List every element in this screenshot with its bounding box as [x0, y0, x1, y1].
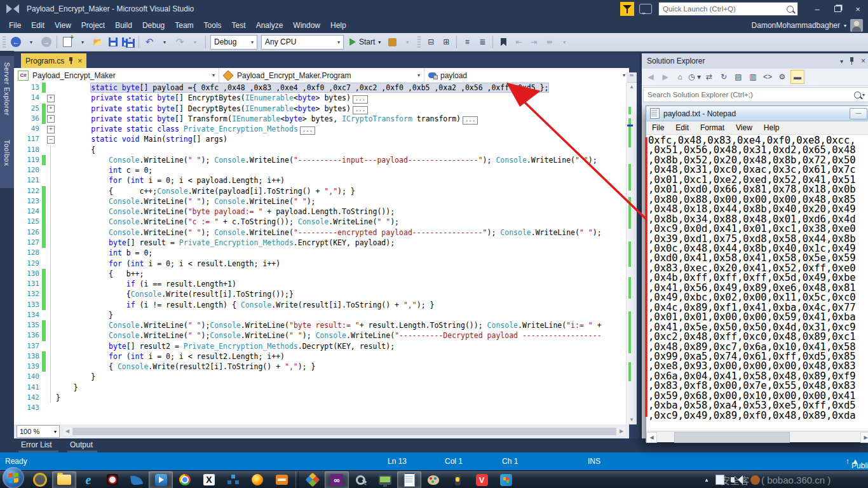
fold-toggle-icon[interactable]: + — [47, 126, 55, 133]
fold-toggle-icon[interactable]: + — [47, 115, 55, 123]
scroll-down-icon[interactable]: ▼ — [627, 416, 637, 424]
fold-toggle-icon[interactable]: − — [47, 136, 55, 144]
taskbar-item-gold-ring-app[interactable] — [28, 471, 52, 488]
show-hidden-icons-icon[interactable]: ▲ — [704, 477, 709, 483]
properties-icon[interactable]: ⚙ — [776, 71, 789, 83]
project-dropdown[interactable]: C# Payload_Encrypt_Maker▾ — [14, 68, 219, 83]
clear-bookmarks-button[interactable]: ⇻ — [542, 35, 556, 49]
sync-with-active-document-icon[interactable]: ⇄ — [703, 71, 715, 83]
taskbar-item-windows-explorer[interactable] — [52, 471, 76, 488]
undo-dropdown-icon[interactable]: ▾ — [158, 35, 172, 49]
toolbar-grip-2[interactable] — [417, 36, 421, 48]
taskbar-item-chrome[interactable] — [173, 471, 197, 488]
navigate-back-dropdown-icon[interactable]: ▾ — [24, 35, 38, 49]
taskbar-item-keys-tool[interactable] — [349, 471, 373, 488]
start-dropdown-icon[interactable]: ▾ — [378, 39, 381, 45]
code-editor-surface[interactable]: 13static byte[] payload ={ 0xfc ,0x48 ,0… — [14, 83, 627, 424]
split-editor-handle[interactable]: ═ — [627, 72, 637, 83]
toggle-bookmark-button[interactable] — [496, 35, 510, 49]
taskbar-item-firefox[interactable] — [245, 471, 269, 488]
tab-program-cs[interactable]: Program.cs × — [21, 53, 86, 68]
user-name[interactable]: DamonMohammadbagher — [752, 21, 840, 30]
notepad-minimize-button[interactable]: — — [850, 108, 867, 119]
menu-window[interactable]: Window — [288, 21, 325, 30]
taskbar-item-visual-studio[interactable]: ∞ — [325, 471, 349, 488]
sidebar-tab-server-explorer[interactable]: Server Explorer — [0, 56, 14, 137]
taskbar-item-vivaldi[interactable]: V — [470, 471, 494, 488]
collapse-all-descendants-icon[interactable]: ▤ — [732, 71, 745, 83]
type-dropdown[interactable]: Payload_Encrypt_Maker.Program▾ — [219, 68, 424, 83]
back-icon[interactable]: ◀ — [644, 71, 657, 83]
notepad-menu-view[interactable]: View — [730, 123, 758, 132]
sidebar-tab-toolbox[interactable]: Toolbox — [0, 133, 14, 188]
redo-dropdown-icon[interactable]: ▾ — [188, 35, 202, 49]
tab-output[interactable]: Output — [70, 440, 93, 449]
scroll-up-icon[interactable]: ▲ — [627, 83, 637, 92]
scroll-right-icon[interactable]: ▶ — [860, 432, 868, 443]
editor-horizontal-scrollbar[interactable]: ◀ ▶ — [64, 427, 625, 436]
horizontal-scroll-thumb[interactable] — [72, 428, 616, 435]
previous-bookmark-button[interactable]: ⇤ — [512, 35, 526, 49]
close-panel-icon[interactable]: × — [861, 57, 865, 65]
preview-selected-items-icon[interactable]: ▬ — [790, 70, 804, 84]
toolbar-overflow-icon[interactable]: ▾ — [400, 35, 414, 49]
home-icon[interactable]: ⌂ — [674, 71, 686, 83]
notepad-scroll-thumb[interactable] — [674, 432, 790, 443]
scroll-right-icon[interactable]: ▶ — [618, 427, 625, 436]
taskbar-item-orange-app[interactable] — [269, 471, 294, 488]
toolbar-overflow-2-icon[interactable]: ▾ — [557, 35, 571, 49]
collapsed-region[interactable]: ... — [353, 95, 368, 104]
notepad-menu-edit[interactable]: Edit — [670, 123, 695, 132]
start-button[interactable] — [3, 467, 24, 488]
menu-project[interactable]: Project — [76, 21, 110, 30]
scroll-left-icon[interactable]: ◀ — [64, 427, 71, 436]
taskbar-item-windows-live[interactable] — [494, 471, 518, 488]
start-debug-button[interactable]: Start ▾ — [349, 37, 381, 46]
open-file-button[interactable]: 📂 — [91, 35, 105, 49]
increase-indent-button[interactable]: ≣ — [475, 35, 489, 49]
menu-build[interactable]: Build — [110, 21, 137, 30]
decrease-indent-button[interactable]: ≡ — [460, 35, 474, 49]
menu-help[interactable]: Help — [325, 21, 351, 30]
fold-toggle-icon[interactable]: + — [47, 105, 55, 112]
menu-view[interactable]: View — [50, 21, 76, 30]
pin-panel-icon[interactable] — [850, 57, 855, 65]
solution-explorer-search-input[interactable]: Search Solution Explorer (Ctrl+;) ▾ — [643, 87, 868, 102]
notepad-menu-format[interactable]: Format — [695, 123, 730, 132]
user-avatar[interactable] — [850, 19, 863, 32]
find-in-files-button[interactable] — [385, 35, 399, 49]
quick-launch-input[interactable]: Quick Launch (Ctrl+Q) — [658, 2, 798, 16]
menu-team[interactable]: Team — [170, 21, 198, 30]
collapsed-region[interactable]: ... — [463, 116, 478, 125]
taskbar-item-remote-desktop[interactable] — [373, 471, 397, 488]
scroll-left-icon[interactable]: ◀ — [646, 432, 657, 443]
notepad-title-bar[interactable]: payload.txt - Notepad — — [646, 106, 868, 121]
editor-zoom-select[interactable]: 100 %▾ — [17, 425, 60, 438]
feedback-icon[interactable] — [639, 4, 652, 14]
redo-button[interactable]: ↷ — [173, 35, 187, 49]
notepad-horizontal-scrollbar[interactable]: ◀ ▶ — [646, 431, 868, 442]
navigate-forward-button[interactable]: → — [39, 35, 53, 49]
notepad-menu-help[interactable]: Help — [758, 123, 785, 132]
undo-button[interactable]: ↶ — [142, 35, 156, 49]
taskbar-item-daemon-tools[interactable] — [100, 471, 125, 488]
close-button[interactable]: × — [848, 1, 868, 17]
fold-toggle-icon[interactable]: + — [47, 95, 55, 102]
minimize-button[interactable]: – — [807, 1, 827, 17]
menu-tools[interactable]: Tools — [199, 21, 227, 30]
next-bookmark-button[interactable]: ⇥ — [527, 35, 541, 49]
taskbar-item-paint[interactable] — [421, 471, 445, 488]
taskbar-item-visual-studio-colorful[interactable] — [301, 471, 325, 488]
save-button[interactable] — [106, 35, 120, 49]
show-all-files-icon[interactable]: ▥ — [747, 71, 759, 83]
taskbar-item-lantern-app[interactable] — [445, 471, 470, 488]
pending-changes-filter-icon[interactable]: ◷ ▾ — [688, 71, 701, 83]
close-tab-icon[interactable]: × — [78, 57, 82, 65]
navigate-back-button[interactable]: ← — [9, 35, 23, 49]
outline-collapse-button[interactable]: ⊟ — [424, 35, 438, 49]
taskbar-item-media-player[interactable] — [149, 471, 173, 488]
collapsed-region[interactable]: ... — [300, 126, 315, 135]
panel-menu-icon[interactable]: ▾ — [840, 58, 843, 65]
tab-error-list[interactable]: Error List — [21, 440, 52, 449]
outline-expand-button[interactable]: ⊞ — [439, 35, 453, 49]
